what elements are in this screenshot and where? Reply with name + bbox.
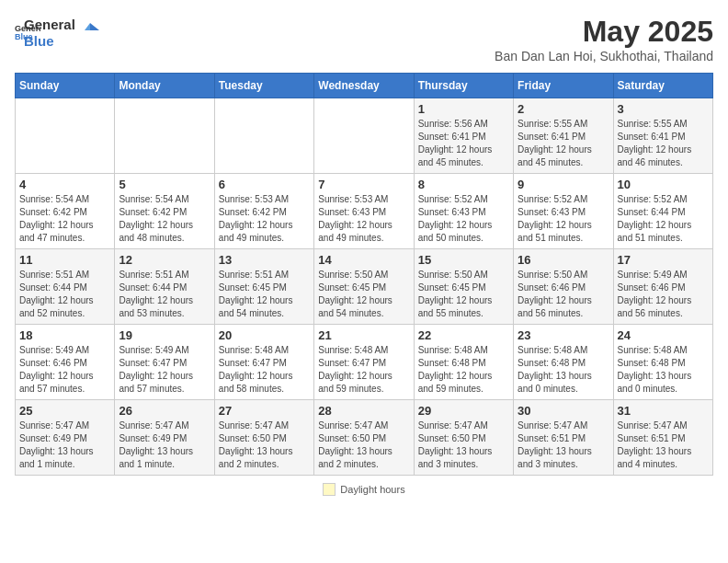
day-number: 14	[318, 253, 409, 267]
day-info: Sunrise: 5:54 AMSunset: 6:42 PMDaylight:…	[19, 193, 110, 245]
day-number: 20	[219, 328, 310, 342]
day-info: Sunrise: 5:55 AMSunset: 6:41 PMDaylight:…	[518, 118, 609, 169]
column-header-wednesday: Wednesday	[314, 74, 414, 98]
calendar-cell: 2Sunrise: 5:55 AMSunset: 6:41 PMDaylight…	[514, 98, 613, 174]
logo: General Blue General Blue	[15, 15, 99, 50]
day-number: 12	[119, 253, 210, 267]
calendar-cell: 18Sunrise: 5:49 AMSunset: 6:46 PMDayligh…	[16, 325, 115, 400]
column-header-tuesday: Tuesday	[214, 74, 313, 98]
day-info: Sunrise: 5:56 AMSunset: 6:41 PMDaylight:…	[418, 118, 509, 169]
title-area: May 2025 Ban Dan Lan Hoi, Sukhothai, Tha…	[495, 15, 713, 63]
day-number: 18	[19, 328, 110, 342]
calendar-cell: 12Sunrise: 5:51 AMSunset: 6:44 PMDayligh…	[115, 249, 214, 325]
day-number: 22	[418, 328, 509, 342]
day-info: Sunrise: 5:51 AMSunset: 6:44 PMDaylight:…	[19, 269, 110, 320]
column-header-friday: Friday	[514, 74, 613, 98]
day-number: 26	[119, 404, 210, 418]
calendar-cell: 20Sunrise: 5:48 AMSunset: 6:47 PMDayligh…	[214, 325, 313, 400]
day-info: Sunrise: 5:53 AMSunset: 6:43 PMDaylight:…	[318, 193, 409, 245]
day-info: Sunrise: 5:55 AMSunset: 6:41 PMDaylight:…	[618, 118, 709, 169]
logo-bird-icon	[81, 21, 99, 40]
logo-general: General	[24, 17, 75, 33]
calendar-cell: 21Sunrise: 5:48 AMSunset: 6:47 PMDayligh…	[314, 325, 414, 400]
calendar-cell: 22Sunrise: 5:48 AMSunset: 6:48 PMDayligh…	[414, 325, 513, 400]
calendar-cell: 10Sunrise: 5:52 AMSunset: 6:44 PMDayligh…	[613, 174, 712, 249]
calendar-cell: 4Sunrise: 5:54 AMSunset: 6:42 PMDaylight…	[16, 174, 115, 249]
day-number: 11	[19, 253, 110, 267]
column-header-sunday: Sunday	[16, 74, 115, 98]
day-info: Sunrise: 5:47 AMSunset: 6:51 PMDaylight:…	[518, 419, 609, 471]
day-info: Sunrise: 5:50 AMSunset: 6:46 PMDaylight:…	[518, 269, 609, 320]
calendar-cell: 7Sunrise: 5:53 AMSunset: 6:43 PMDaylight…	[314, 174, 414, 249]
day-info: Sunrise: 5:48 AMSunset: 6:47 PMDaylight:…	[219, 344, 310, 396]
day-number: 21	[318, 328, 409, 342]
calendar-cell: 24Sunrise: 5:48 AMSunset: 6:48 PMDayligh…	[613, 325, 712, 400]
day-number: 4	[19, 178, 110, 191]
svg-marker-3	[90, 23, 99, 30]
calendar-cell: 9Sunrise: 5:52 AMSunset: 6:43 PMDaylight…	[514, 174, 613, 249]
day-info: Sunrise: 5:47 AMSunset: 6:50 PMDaylight:…	[418, 419, 509, 471]
column-header-thursday: Thursday	[414, 74, 513, 98]
header: General Blue General Blue May 2025 Ban D…	[15, 15, 713, 63]
calendar-week-1: 1Sunrise: 5:56 AMSunset: 6:41 PMDaylight…	[16, 98, 713, 174]
day-info: Sunrise: 5:47 AMSunset: 6:50 PMDaylight:…	[219, 419, 310, 471]
calendar-week-2: 4Sunrise: 5:54 AMSunset: 6:42 PMDaylight…	[16, 174, 713, 249]
day-info: Sunrise: 5:49 AMSunset: 6:47 PMDaylight:…	[119, 344, 210, 396]
svg-marker-4	[85, 23, 90, 30]
day-info: Sunrise: 5:54 AMSunset: 6:42 PMDaylight:…	[119, 193, 210, 245]
day-number: 23	[518, 328, 609, 342]
day-info: Sunrise: 5:48 AMSunset: 6:48 PMDaylight:…	[518, 344, 609, 396]
day-number: 31	[618, 404, 709, 418]
day-number: 5	[119, 178, 210, 191]
calendar-cell	[115, 98, 214, 174]
day-number: 27	[219, 404, 310, 418]
day-number: 3	[618, 102, 709, 116]
day-info: Sunrise: 5:52 AMSunset: 6:44 PMDaylight:…	[618, 193, 709, 245]
calendar-table: SundayMondayTuesdayWednesdayThursdayFrid…	[15, 73, 713, 476]
logo-blue: Blue	[24, 33, 75, 50]
calendar-cell: 28Sunrise: 5:47 AMSunset: 6:50 PMDayligh…	[314, 400, 414, 476]
day-number: 24	[618, 328, 709, 342]
day-number: 7	[318, 178, 409, 191]
day-info: Sunrise: 5:50 AMSunset: 6:45 PMDaylight:…	[318, 269, 409, 320]
calendar-cell: 27Sunrise: 5:47 AMSunset: 6:50 PMDayligh…	[214, 400, 313, 476]
day-info: Sunrise: 5:49 AMSunset: 6:46 PMDaylight:…	[19, 344, 110, 396]
day-number: 16	[518, 253, 609, 267]
calendar-cell: 3Sunrise: 5:55 AMSunset: 6:41 PMDaylight…	[613, 98, 712, 174]
daylight-legend: Daylight hours	[323, 483, 404, 496]
day-info: Sunrise: 5:52 AMSunset: 6:43 PMDaylight:…	[518, 193, 609, 245]
column-header-saturday: Saturday	[613, 74, 712, 98]
day-info: Sunrise: 5:53 AMSunset: 6:42 PMDaylight:…	[219, 193, 310, 245]
calendar-cell: 14Sunrise: 5:50 AMSunset: 6:45 PMDayligh…	[314, 249, 414, 325]
calendar-cell: 8Sunrise: 5:52 AMSunset: 6:43 PMDaylight…	[414, 174, 513, 249]
calendar-cell: 31Sunrise: 5:47 AMSunset: 6:51 PMDayligh…	[613, 400, 712, 476]
calendar-cell: 25Sunrise: 5:47 AMSunset: 6:49 PMDayligh…	[16, 400, 115, 476]
day-number: 19	[119, 328, 210, 342]
day-info: Sunrise: 5:48 AMSunset: 6:48 PMDaylight:…	[418, 344, 509, 396]
day-number: 28	[318, 404, 409, 418]
day-number: 15	[418, 253, 509, 267]
calendar-cell	[16, 98, 115, 174]
calendar-cell: 6Sunrise: 5:53 AMSunset: 6:42 PMDaylight…	[214, 174, 313, 249]
day-info: Sunrise: 5:50 AMSunset: 6:45 PMDaylight:…	[418, 269, 509, 320]
calendar-cell: 17Sunrise: 5:49 AMSunset: 6:46 PMDayligh…	[613, 249, 712, 325]
day-info: Sunrise: 5:49 AMSunset: 6:46 PMDaylight:…	[618, 269, 709, 320]
daylight-color-box	[323, 483, 336, 496]
page-subtitle: Ban Dan Lan Hoi, Sukhothai, Thailand	[495, 49, 713, 63]
calendar-cell	[214, 98, 313, 174]
calendar-cell: 26Sunrise: 5:47 AMSunset: 6:49 PMDayligh…	[115, 400, 214, 476]
calendar-cell: 29Sunrise: 5:47 AMSunset: 6:50 PMDayligh…	[414, 400, 513, 476]
calendar-cell: 19Sunrise: 5:49 AMSunset: 6:47 PMDayligh…	[115, 325, 214, 400]
calendar-week-5: 25Sunrise: 5:47 AMSunset: 6:49 PMDayligh…	[16, 400, 713, 476]
day-number: 30	[518, 404, 609, 418]
day-info: Sunrise: 5:47 AMSunset: 6:49 PMDaylight:…	[19, 419, 110, 471]
day-number: 2	[518, 102, 609, 116]
calendar-cell: 13Sunrise: 5:51 AMSunset: 6:45 PMDayligh…	[214, 249, 313, 325]
calendar-header-row: SundayMondayTuesdayWednesdayThursdayFrid…	[16, 74, 713, 98]
calendar-cell: 30Sunrise: 5:47 AMSunset: 6:51 PMDayligh…	[514, 400, 613, 476]
day-info: Sunrise: 5:47 AMSunset: 6:50 PMDaylight:…	[318, 419, 409, 471]
day-info: Sunrise: 5:51 AMSunset: 6:45 PMDaylight:…	[219, 269, 310, 320]
day-info: Sunrise: 5:48 AMSunset: 6:47 PMDaylight:…	[318, 344, 409, 396]
day-number: 6	[219, 178, 310, 191]
column-header-monday: Monday	[115, 74, 214, 98]
